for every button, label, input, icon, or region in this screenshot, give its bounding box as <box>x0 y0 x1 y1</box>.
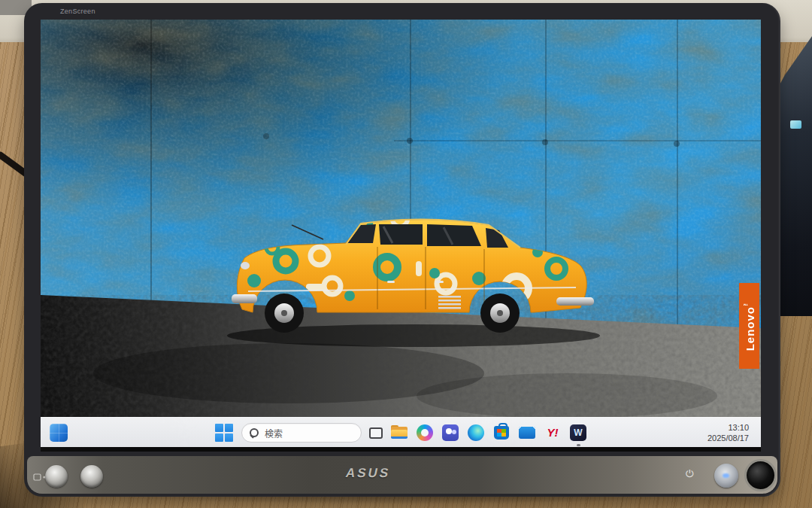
task-view-icon[interactable] <box>369 427 383 439</box>
screen-bottom-edge <box>41 447 761 452</box>
trademark-symbol: ™ <box>743 300 748 306</box>
windows-start-icon <box>215 424 223 432</box>
monitor-brand-label: ZenScreen <box>60 8 95 15</box>
zenscreen-monitor: ZenScreen <box>24 3 780 497</box>
clock-date: 2025/08/17 <box>707 433 749 443</box>
windows-start-button[interactable] <box>215 424 234 443</box>
power-symbol: ⏻ <box>686 468 693 480</box>
lenovo-badge-text: Lenovo™ <box>743 300 756 351</box>
yahoo-japan-icon[interactable]: Y! <box>544 424 562 442</box>
widgets-icon[interactable] <box>50 424 68 442</box>
desktop-wallpaper <box>41 20 761 452</box>
asus-logo: ASUS <box>344 466 392 481</box>
running-indicator <box>577 444 580 446</box>
file-explorer-icon[interactable] <box>390 424 408 442</box>
display-screen: Lenovo™ 検索 <box>41 20 761 452</box>
monitor-power-button[interactable] <box>714 464 738 488</box>
teams-icon[interactable] <box>441 424 459 442</box>
laptop-sticker <box>790 120 801 129</box>
microsoft-store-icon[interactable] <box>492 424 511 442</box>
copilot-icon[interactable] <box>416 424 434 442</box>
search-input[interactable]: 検索 <box>241 423 362 443</box>
taskbar-clock[interactable]: 13:10 2025/08/17 <box>707 422 749 443</box>
mount-hole <box>744 459 777 491</box>
photo-scene: ZenScreen <box>0 0 812 508</box>
clock-time: 13:10 <box>707 422 749 433</box>
lenovo-badge: Lenovo™ <box>739 283 759 369</box>
search-icon <box>250 428 259 437</box>
mail-icon[interactable] <box>518 424 536 442</box>
monitor-select-button[interactable] <box>80 465 103 488</box>
edge-icon[interactable] <box>467 424 485 442</box>
windows-taskbar: 検索 Y! W <box>41 417 761 447</box>
monitor-menu-button[interactable] <box>45 465 68 488</box>
monitor-bottom-bar: ASUS ⏻ <box>27 456 777 494</box>
taskbar-center-group: 検索 Y! W <box>215 421 587 445</box>
media-app-icon[interactable]: W <box>569 424 587 442</box>
power-led <box>723 473 729 478</box>
search-placeholder: 検索 <box>265 427 283 440</box>
